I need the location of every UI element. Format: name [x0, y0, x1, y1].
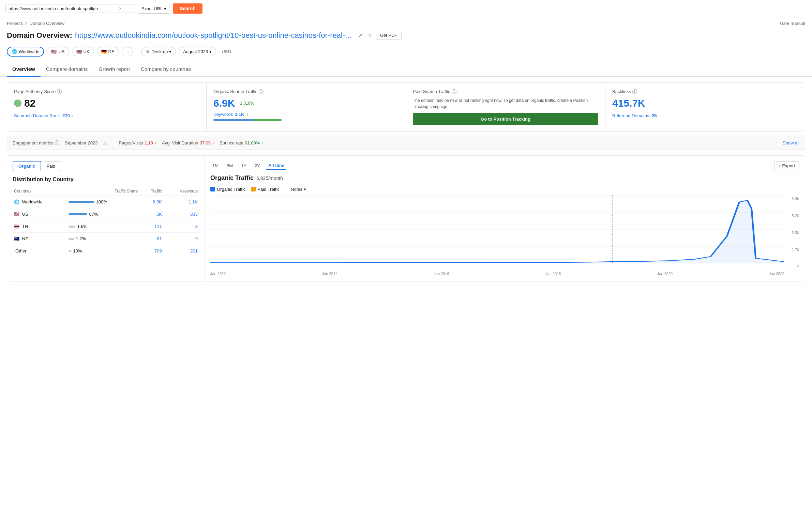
tab-growth-report[interactable]: Growth report — [93, 62, 135, 77]
metrics-row: Page Authority Score ℹ 82 Semrush Domain… — [7, 82, 805, 132]
chevron-down-icon: ▾ — [209, 49, 212, 54]
tab-overview[interactable]: Overview — [7, 62, 41, 77]
user-manual-link[interactable]: User manual — [780, 21, 805, 26]
device-select[interactable]: 🖥 Desktop ▾ — [141, 47, 176, 56]
notes-button[interactable]: Notes ▾ — [291, 187, 306, 192]
organic-search-info-icon[interactable]: ℹ — [259, 89, 264, 94]
keywords-cell[interactable]: 835 — [163, 208, 199, 220]
notes-label: Notes — [291, 187, 302, 192]
keywords-cell[interactable]: 201 — [163, 245, 199, 257]
time-2y[interactable]: 2Y — [253, 162, 262, 170]
traffic-cell[interactable]: 6.9K — [139, 196, 163, 208]
de-label: DE — [108, 49, 115, 54]
currency-label: USD — [219, 49, 234, 54]
country-name: US — [22, 212, 28, 217]
paid-search-info-icon[interactable]: ℹ — [452, 89, 456, 94]
star-icon[interactable]: ☆ — [366, 31, 374, 39]
search-button[interactable]: Search — [173, 3, 202, 14]
show-all-link[interactable]: Show all — [783, 140, 799, 145]
domain-url[interactable]: https://www.outlookindia.com/outlook-spo… — [75, 31, 351, 40]
exact-url-label: Exact URL — [141, 6, 163, 11]
engagement-date: September 2023 — [65, 140, 97, 145]
engagement-label: Engagement metrics ℹ — [13, 140, 59, 145]
avg-duration-metric: Avg. Visit Duration 07:09 ↓ — [162, 140, 214, 145]
tab-organic[interactable]: Organic — [13, 161, 41, 171]
y-label-6: 6.9K — [784, 197, 799, 201]
metric-page-authority: Page Authority Score ℹ 82 Semrush Domain… — [7, 83, 207, 131]
url-input[interactable] — [9, 6, 118, 11]
legend-paid-label: Paid Traffic — [257, 187, 280, 192]
backlinks-value: 415.7K — [612, 97, 798, 109]
url-input-wrap: × — [5, 4, 135, 13]
us-label: US — [58, 49, 64, 54]
traffic-cell[interactable]: 6K — [139, 208, 163, 220]
external-link-icon[interactable]: ↗ — [357, 31, 364, 39]
traffic-cell[interactable]: 111 — [139, 220, 163, 233]
time-all[interactable]: All time — [266, 162, 286, 170]
backlinks-label: Backlinks ℹ — [612, 89, 798, 94]
date-select[interactable]: August 2023 ▾ — [179, 47, 216, 56]
bounce-rate-arrow: ↑ — [261, 140, 263, 145]
traffic-pct: 1.6% — [77, 224, 88, 229]
time-6m[interactable]: 6M — [225, 162, 235, 170]
country-flag: 🇹🇭 — [14, 224, 19, 229]
exact-url-select[interactable]: Exact URL ▾ — [138, 4, 170, 14]
country-cell: 🇳🇿 NZ — [13, 233, 67, 245]
paid-traffic-message: The domain may be new or not ranking rig… — [413, 97, 598, 110]
get-pdf-button[interactable]: Get PDF — [376, 31, 402, 40]
country-cell: 🌐 Worldwide — [13, 196, 67, 208]
bounce-rate-value: 91.09% — [245, 140, 260, 145]
time-1m[interactable]: 1M — [210, 162, 221, 170]
domain-title-bar: Domain Overview: https://www.outlookindi… — [0, 29, 812, 44]
traffic-cell[interactable]: 81 — [139, 233, 163, 245]
domain-title-prefix: Domain Overview: — [7, 31, 72, 40]
organic-search-label: Organic Search Traffic ℹ — [213, 89, 399, 94]
legend-organic: Organic Traffic — [210, 187, 245, 192]
breadcrumb-projects[interactable]: Projects — [7, 21, 23, 26]
time-1y[interactable]: 1Y — [239, 162, 249, 170]
uk-label: UK — [84, 49, 90, 54]
avg-duration-value: 07:09 — [199, 140, 211, 145]
export-button[interactable]: ↑ Export — [774, 161, 799, 170]
chevron-down-icon: ▾ — [169, 49, 171, 54]
filter-us[interactable]: 🇺🇸 US — [47, 47, 69, 56]
top-bar: × Exact URL ▾ Search — [0, 0, 812, 17]
tab-compare-countries[interactable]: Compare by countries — [135, 62, 196, 77]
engagement-info-icon[interactable]: ℹ — [55, 140, 59, 145]
tab-compare-domains[interactable]: Compare domains — [41, 62, 93, 77]
more-filters-button[interactable]: ... — [122, 47, 133, 56]
backlinks-info-icon[interactable]: ℹ — [632, 89, 637, 94]
keywords-cell[interactable]: 9 — [163, 233, 199, 245]
traffic-share-cell: 1.2% — [67, 233, 139, 245]
filter-worldwide[interactable]: 🌐 Worldwide — [7, 47, 44, 57]
traffic-share-cell: 87% — [67, 208, 139, 220]
date-label: August 2023 — [183, 49, 208, 54]
legend-sep — [285, 186, 285, 193]
tab-paid[interactable]: Paid — [41, 161, 61, 171]
keywords-cell[interactable]: 8 — [163, 220, 199, 233]
avg-duration-arrow: ↓ — [212, 140, 214, 145]
page-authority-info-icon[interactable]: ℹ — [57, 89, 62, 94]
pages-visits-metric: Pages/Visits 1.18 ↓ — [119, 140, 156, 145]
chart-main-title: Organic Traffic — [210, 174, 254, 182]
keywords-cell[interactable]: 1.1K — [163, 196, 199, 208]
breadcrumb-sep: > — [25, 21, 28, 26]
metric-backlinks: Backlinks ℹ 415.7K Referring Domains 25 — [605, 83, 805, 131]
url-clear-icon[interactable]: × — [119, 6, 122, 11]
chart-subtitle: 6,925/month — [256, 175, 283, 181]
table-row: Other 10% 709 201 — [13, 245, 199, 257]
table-row: 🌐 Worldwide 100% 6.9K 1.1K — [13, 196, 199, 208]
x-jan2016: Jan 2016 — [434, 272, 449, 276]
country-flag: 🌐 — [14, 199, 19, 204]
organic-badge: +2,018% — [238, 101, 254, 106]
x-jan2014: Jan 2014 — [322, 272, 337, 276]
left-panel: Organic Paid Distribution by Country Cou… — [7, 156, 205, 281]
filter-uk[interactable]: 🇬🇧 UK — [72, 47, 94, 56]
country-cell: 🇹🇭 TH — [13, 220, 67, 233]
filter-de[interactable]: 🇩🇪 DE — [97, 47, 119, 56]
organic-search-value: 6.9K +2,018% — [213, 97, 399, 109]
traffic-pct: 1.2% — [76, 236, 86, 241]
go-to-position-tracking-button[interactable]: Go to Position Tracking — [413, 113, 598, 125]
bounce-rate-metric: Bounce rate 91.09% ↑ — [220, 140, 263, 145]
traffic-cell[interactable]: 709 — [139, 245, 163, 257]
